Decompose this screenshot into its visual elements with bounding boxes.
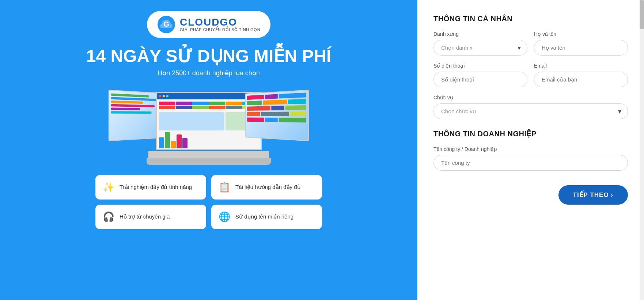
section-title-company: THÔNG TIN DOANH NGHIỆP	[433, 129, 628, 138]
feature-card-2: 📋 Tài liệu hướng dẫn đầy đủ	[211, 175, 322, 200]
form-group-danh-xung: Danh xưng Chọn danh x Ông Bà Anh Chị ▾	[433, 31, 527, 56]
next-button[interactable]: TIẾP THEO ›	[558, 185, 628, 205]
form-group-ho-ten: Họ và tên	[534, 31, 628, 56]
email-label: Email	[534, 63, 628, 69]
scrollbar-thumb[interactable]	[640, 0, 644, 29]
danh-xung-select-wrapper: Chọn danh x Ông Bà Anh Chị ▾	[433, 40, 527, 56]
ten-cty-label: Tên công ty / Doanh nghiệp	[433, 146, 628, 152]
form-group-sdt: Số điện thoại	[433, 63, 527, 87]
feature-card-4: 🌐 Sử dụng tên miền riêng	[211, 205, 322, 229]
feature-text-4: Sử dụng tên miền riêng	[235, 213, 293, 220]
section-title-personal: THÔNG TIN CÁ NHÂN	[433, 15, 628, 23]
form-group-ten-cty: Tên công ty / Doanh nghiệp	[433, 146, 628, 171]
logo-text-block: CLOUDGO GIẢI PHÁP CHUYỂN ĐỔI SỐ TINH GỌN	[180, 17, 260, 32]
feature-icon-1: ✨	[103, 182, 114, 193]
feature-icon-4: 🌐	[219, 211, 230, 223]
button-row: TIẾP THEO ›	[433, 182, 628, 205]
logo-container: G CLOUDGO GIẢI PHÁP CHUYỂN ĐỔI SỐ TINH G…	[147, 11, 270, 38]
feature-icon-2: 📋	[219, 182, 230, 193]
form-row-name: Danh xưng Chọn danh x Ông Bà Anh Chị ▾ H…	[433, 31, 628, 56]
feature-text-1: Trải nghiệm đầy đủ tính năng	[120, 184, 192, 190]
screenshot-mockup	[99, 84, 318, 165]
feature-text-3: Hỗ trợ từ chuyên gia	[120, 213, 170, 220]
left-panel: G CLOUDGO GIẢI PHÁP CHUYỂN ĐỔI SỐ TINH G…	[0, 0, 417, 300]
features-grid: ✨ Trải nghiệm đầy đủ tính năng 📋 Tài liệ…	[95, 175, 322, 229]
danh-xung-label: Danh xưng	[433, 31, 527, 37]
cloudgo-logo-icon: G	[157, 15, 175, 34]
svg-text:G: G	[163, 20, 169, 28]
feature-icon-3: 🎧	[103, 211, 114, 223]
chuc-vu-label: Chức vụ	[433, 95, 628, 100]
form-row-contact: Số điện thoại Email	[433, 63, 628, 87]
ho-ten-label: Họ và tên	[534, 31, 628, 37]
scrollbar-track[interactable]	[640, 0, 644, 300]
right-panel: THÔNG TIN CÁ NHÂN Danh xưng Chọn danh x …	[417, 0, 644, 300]
feature-card-3: 🎧 Hỗ trợ từ chuyên gia	[95, 205, 206, 229]
sdt-input[interactable]	[433, 72, 527, 87]
logo-tagline: GIẢI PHÁP CHUYỂN ĐỔI SỐ TINH GỌN	[180, 27, 260, 32]
danh-xung-select[interactable]: Chọn danh x Ông Bà Anh Chị	[433, 40, 527, 56]
chuc-vu-select-wrapper: Chọn chức vụ Giám đốc Phó Giám đốc Trưởn…	[433, 103, 628, 119]
feature-card-1: ✨ Trải nghiệm đầy đủ tính năng	[95, 175, 206, 200]
main-heading: 14 NGÀY SỬ DỤNG MIỄN PHÍ	[86, 47, 332, 66]
email-input[interactable]	[534, 72, 628, 87]
logo-name: CLOUDGO	[180, 17, 260, 27]
feature-text-2: Tài liệu hướng dẫn đầy đủ	[235, 184, 301, 190]
form-group-email: Email	[534, 63, 628, 87]
ten-cty-input[interactable]	[433, 155, 628, 171]
ho-ten-input[interactable]	[534, 40, 628, 56]
right-screen	[245, 90, 309, 141]
sdt-label: Số điện thoại	[433, 63, 527, 69]
form-group-chuc-vu: Chức vụ Chọn chức vụ Giám đốc Phó Giám đ…	[433, 95, 628, 119]
chuc-vu-select[interactable]: Chọn chức vụ Giám đốc Phó Giám đốc Trưởn…	[433, 103, 628, 119]
sub-heading: Hơn 2500+ doanh nghiệp lựa chọn	[158, 69, 260, 77]
